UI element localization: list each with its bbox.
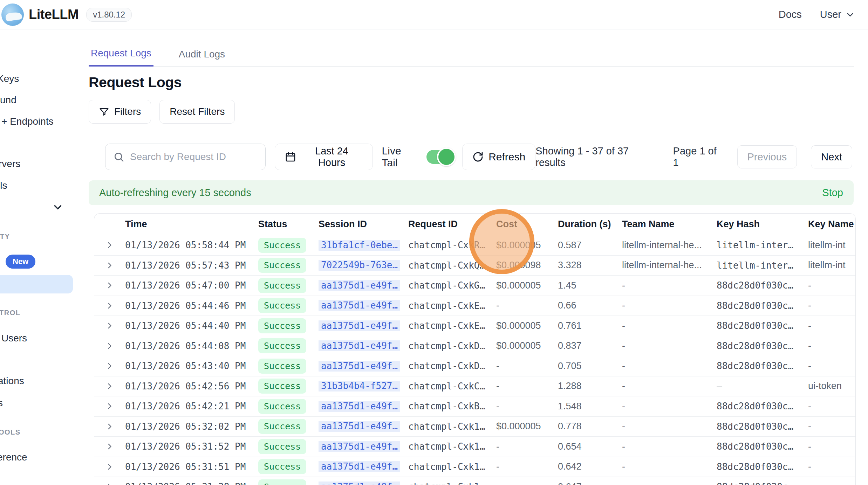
cell-duration: 1.548: [558, 401, 622, 412]
cell-team-name: litellm-internal-he...: [622, 240, 717, 251]
expand-row-chevron-icon[interactable]: [105, 361, 115, 371]
search-box[interactable]: [105, 144, 266, 170]
sidebar-item-users[interactable]: Users: [1, 333, 27, 344]
cell-cost: $0.000005: [496, 320, 558, 331]
sidebar-item-reference[interactable]: erence: [0, 452, 27, 463]
session-id-link[interactable]: aa1375d1-e49f…: [319, 300, 400, 311]
cell-request-id: chatcmpl-CxkR…: [408, 240, 496, 250]
sidebar-item-keys[interactable]: Keys: [0, 73, 19, 84]
next-page-button[interactable]: Next: [811, 145, 852, 168]
session-id-link[interactable]: aa1375d1-e49f…: [319, 280, 400, 291]
session-id-link[interactable]: aa1375d1-e49f…: [319, 401, 400, 412]
sidebar-section-observability: TY: [0, 233, 10, 241]
new-badge: New: [6, 255, 35, 269]
user-menu-label: User: [820, 9, 841, 20]
cell-request-id: chatcmpl-Cxk1…: [408, 421, 496, 432]
table-row[interactable]: 01/13/2026 05:43:40 PM Success aa1375d1-…: [94, 356, 855, 376]
stop-auto-refresh-button[interactable]: Stop: [822, 187, 843, 199]
cell-time: 01/13/2026 05:42:56 PM: [125, 381, 258, 392]
cell-key-hash: 88dc28d0f030c: [717, 481, 808, 485]
live-tail-toggle[interactable]: [426, 150, 454, 164]
session-id-link[interactable]: aa1375d1-e49f…: [319, 340, 400, 351]
cell-cost: -: [496, 401, 558, 412]
tab-audit-logs[interactable]: Audit Logs: [177, 49, 227, 66]
table-row[interactable]: 01/13/2026 05:42:21 PM Success aa1375d1-…: [94, 396, 855, 417]
refresh-icon: [472, 151, 484, 162]
session-id-link[interactable]: aa1375d1-e49f…: [319, 461, 400, 472]
search-input[interactable]: [130, 151, 258, 162]
table-row[interactable]: 01/13/2026 05:31:38 PM Success aa1375d1-…: [94, 477, 855, 485]
expand-row-chevron-icon[interactable]: [105, 482, 115, 485]
expand-row-chevron-icon[interactable]: [105, 401, 115, 411]
time-range-button[interactable]: Last 24 Hours: [275, 144, 373, 170]
cell-duration: 3.328: [558, 260, 622, 271]
cell-key-hash: litellm-inter…: [717, 260, 808, 271]
previous-page-button[interactable]: Previous: [737, 145, 797, 168]
user-menu[interactable]: User: [820, 9, 855, 20]
session-id-link[interactable]: aa1375d1-e49f…: [319, 441, 400, 452]
sidebar-item-organizations[interactable]: ations: [0, 375, 24, 387]
table-row[interactable]: 01/13/2026 05:32:02 PM Success aa1375d1-…: [94, 417, 855, 437]
expand-row-chevron-icon[interactable]: [105, 261, 115, 270]
cell-team-name: -: [622, 401, 717, 412]
expand-row-chevron-icon[interactable]: [105, 462, 115, 472]
filters-button[interactable]: Filters: [89, 100, 151, 124]
expand-row-chevron-icon[interactable]: [105, 442, 115, 451]
expand-row-chevron-icon[interactable]: [105, 301, 115, 311]
table-row[interactable]: 01/13/2026 05:44:08 PM Success aa1375d1-…: [94, 336, 855, 356]
reset-filters-button[interactable]: Reset Filters: [159, 100, 235, 124]
sidebar-item-und[interactable]: und: [0, 95, 16, 106]
session-id-link[interactable]: 31bfa1cf-0ebe…: [319, 240, 400, 251]
table-row[interactable]: 01/13/2026 05:44:46 PM Success aa1375d1-…: [94, 296, 855, 316]
logs-toolbar: Last 24 Hours Live Tail Refresh Showing …: [89, 143, 868, 171]
sidebar-item-servers[interactable]: rvers: [0, 158, 20, 169]
refresh-button[interactable]: Refresh: [462, 144, 535, 170]
cell-team-name: -: [622, 461, 717, 472]
cell-key-hash: 88dc28d0f030c…: [717, 320, 808, 331]
cell-duration: 0.761: [558, 320, 622, 331]
table-row[interactable]: 01/13/2026 05:31:52 PM Success aa1375d1-…: [94, 437, 855, 457]
cell-team-name: -: [622, 381, 717, 392]
session-id-link[interactable]: aa1375d1-e49f…: [319, 361, 400, 372]
cell-request-id: chatcmpl-Cxk1: [408, 481, 496, 485]
expand-row-chevron-icon[interactable]: [105, 240, 115, 250]
session-id-link[interactable]: 7022549b-763e…: [319, 260, 400, 271]
sidebar-item-endpoints[interactable]: + Endpoints: [1, 116, 54, 127]
tab-request-logs[interactable]: Request Logs: [89, 48, 153, 67]
expand-row-chevron-icon[interactable]: [105, 422, 115, 431]
column-header-session: Session ID: [319, 219, 408, 230]
cell-team-name: -: [622, 300, 717, 311]
table-row[interactable]: 01/13/2026 05:57:43 PM Success 7022549b-…: [94, 256, 855, 276]
column-header-key-hash: Key Hash: [717, 219, 808, 230]
session-id-link[interactable]: aa1375d1-e49f…: [319, 481, 400, 485]
cell-request-id: chatcmpl-CxkD…: [408, 341, 496, 351]
session-id-link[interactable]: 31b3b4b4-f527…: [319, 381, 400, 392]
cell-time: 01/13/2026 05:43:40 PM: [125, 361, 258, 371]
expand-row-chevron-icon[interactable]: [105, 341, 115, 351]
table-row[interactable]: 01/13/2026 05:47:00 PM Success aa1375d1-…: [94, 276, 855, 296]
cell-key-hash: 88dc28d0f030c…: [717, 341, 808, 351]
expand-row-chevron-icon[interactable]: [105, 280, 115, 290]
status-badge: Success: [258, 258, 306, 273]
table-row[interactable]: 01/13/2026 05:58:44 PM Success 31bfa1cf-…: [94, 235, 855, 256]
sidebar-collapse-chevron-icon[interactable]: [52, 201, 64, 213]
expand-row-chevron-icon[interactable]: [105, 321, 115, 331]
cell-key-name: -: [808, 481, 855, 485]
session-id-link[interactable]: aa1375d1-e49f…: [319, 320, 400, 331]
session-id-link[interactable]: aa1375d1-e49f…: [319, 421, 400, 432]
toggle-knob: [437, 147, 456, 166]
cell-cost: -: [496, 300, 558, 311]
sidebar-item-logs-selected[interactable]: [0, 275, 73, 293]
cell-cost: $0.000005: [496, 421, 558, 432]
docs-link[interactable]: Docs: [779, 9, 802, 20]
cell-key-name: -: [808, 340, 855, 351]
cell-time: 01/13/2026 05:44:40 PM: [125, 320, 258, 331]
table-row[interactable]: 01/13/2026 05:42:56 PM Success 31b3b4b4-…: [94, 376, 855, 397]
sidebar-item-s[interactable]: s: [0, 397, 3, 409]
expand-row-chevron-icon[interactable]: [105, 381, 115, 391]
table-row[interactable]: 01/13/2026 05:31:51 PM Success aa1375d1-…: [94, 457, 855, 477]
sidebar-item-ils[interactable]: ils: [0, 180, 7, 191]
cell-cost: -: [496, 461, 558, 472]
cell-request-id: chatcmpl-Cxk1…: [408, 441, 496, 452]
table-row[interactable]: 01/13/2026 05:44:40 PM Success aa1375d1-…: [94, 316, 855, 336]
